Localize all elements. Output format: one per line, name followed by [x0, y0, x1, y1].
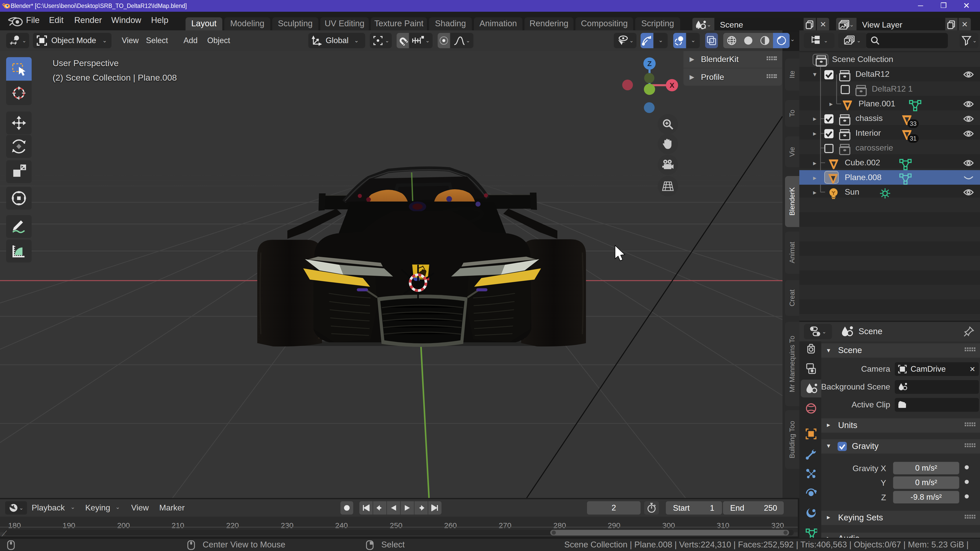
svg-text:X: X: [670, 81, 675, 89]
svg-text:Z: Z: [647, 60, 652, 68]
